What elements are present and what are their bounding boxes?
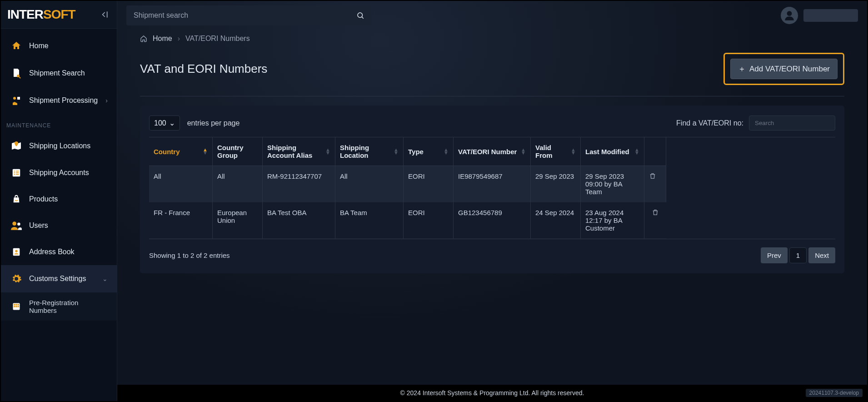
col-account-alias[interactable]: Shipping Account Alias▲▼ (263, 137, 335, 166)
col-valid-from[interactable]: Valid From▲▼ (531, 137, 581, 166)
processing-icon (10, 95, 23, 106)
trash-icon[interactable] (652, 209, 659, 216)
sidebar-item-label: Customs Settings (29, 275, 86, 283)
sidebar-item-label: Shipment Processing (29, 96, 98, 105)
sidebar-item-customs-settings[interactable]: Customs Settings ⌄ (1, 265, 117, 292)
cell-valid-from: 29 Sep 2023 (531, 166, 581, 202)
sidebar-item-shipment-processing[interactable]: Shipment Processing › (1, 87, 117, 114)
sidebar-item-label: Shipment Search (29, 69, 85, 77)
page-title: VAT and EORI Numbers (140, 62, 267, 76)
svg-point-10 (12, 221, 16, 226)
cell-account-alias: RM-92112347707 (263, 166, 335, 202)
col-country[interactable]: Country▲▼ (149, 137, 213, 166)
sidebar-item-users[interactable]: Users (1, 212, 117, 239)
logo: INTERSOFT (7, 7, 75, 22)
grid-icon (10, 302, 23, 311)
sidebar: INTERSOFT Home Shipment Search Shipment … (1, 1, 117, 401)
cell-vat-eori: GB123456789 (454, 202, 531, 239)
pager-prev[interactable]: Prev (761, 247, 788, 263)
avatar[interactable] (781, 7, 798, 24)
global-search[interactable] (126, 5, 372, 25)
col-last-modified[interactable]: Last Modified▲▼ (581, 137, 644, 166)
chevron-down-icon: ⌄ (169, 119, 175, 127)
copyright: © 2024 Intersoft Systems & Programming L… (400, 389, 584, 397)
cell-valid-from: 24 Sep 2024 (531, 202, 581, 239)
sidebar-item-home[interactable]: Home (1, 32, 117, 60)
cell-shipping-location: All (335, 166, 404, 202)
col-actions (644, 137, 666, 166)
data-card: 100 ⌄ entries per page Find a VAT/EORI n… (140, 106, 844, 273)
svg-rect-4 (14, 171, 15, 171)
sidebar-section-maintenance: MAINTENANCE (1, 114, 117, 132)
sidebar-item-products[interactable]: Products (1, 186, 117, 212)
sidebar-item-label: Home (29, 42, 49, 50)
home-icon (140, 35, 147, 42)
pager-page-1[interactable]: 1 (789, 247, 807, 263)
cell-vat-eori: IE9879549687 (454, 166, 531, 202)
address-book-icon (10, 247, 23, 257)
sidebar-item-shipping-accounts[interactable]: Shipping Accounts (1, 160, 117, 186)
pagination: Prev 1 Next (761, 247, 835, 263)
breadcrumb-current: VAT/EORI Numbers (185, 35, 250, 43)
user-menu[interactable] (803, 9, 858, 22)
svg-rect-19 (15, 306, 17, 307)
chevron-right-icon: › (178, 35, 180, 43)
pager-next[interactable]: Next (808, 247, 835, 263)
cell-shipping-location: BA Team (335, 202, 404, 239)
sidebar-item-shipping-locations[interactable]: Shipping Locations (1, 132, 117, 160)
page-size-value: 100 (154, 119, 166, 127)
users-icon (10, 221, 23, 231)
page-size-select[interactable]: 100 ⌄ (149, 116, 180, 131)
map-pin-icon (10, 141, 23, 151)
search-icon[interactable] (356, 11, 364, 20)
add-button-label: Add VAT/EORI Number (749, 65, 830, 74)
footer: © 2024 Intersoft Systems & Programming L… (117, 385, 867, 401)
add-button-highlight: ＋ Add VAT/EORI Number (723, 53, 844, 85)
version-badge: 20241107.3-develop (806, 389, 863, 397)
collapse-sidebar-icon[interactable] (100, 10, 109, 19)
svg-rect-18 (14, 306, 15, 307)
gear-icon (10, 273, 23, 284)
breadcrumb-home[interactable]: Home (153, 35, 172, 43)
filter-label: Find a VAT/EORI no: (676, 119, 743, 127)
document-search-icon (10, 68, 23, 79)
sidebar-item-label: Shipping Accounts (29, 169, 89, 177)
cell-country-group: European Union (213, 202, 263, 239)
svg-rect-9 (16, 174, 19, 175)
svg-point-21 (358, 13, 363, 18)
cell-country[interactable]: All (149, 166, 213, 202)
sidebar-item-address-book[interactable]: Address Book (1, 239, 117, 265)
cell-type: EORI (404, 166, 454, 202)
svg-rect-15 (14, 304, 15, 305)
sidebar-item-label: Users (29, 221, 48, 230)
sidebar-item-label: Shipping Locations (29, 142, 90, 150)
cell-type: EORI (404, 202, 454, 239)
svg-rect-7 (16, 171, 19, 171)
list-icon (10, 168, 23, 178)
sidebar-item-label: Pre-Registration Numbers (29, 299, 108, 314)
add-vat-eori-button[interactable]: ＋ Add VAT/EORI Number (730, 59, 838, 79)
svg-rect-5 (14, 172, 15, 173)
col-shipping-location[interactable]: Shipping Location▲▼ (335, 137, 404, 166)
sidebar-subitem-pre-registration[interactable]: Pre-Registration Numbers (1, 292, 117, 321)
search-input[interactable] (134, 11, 356, 20)
col-country-group[interactable]: Country Group (213, 137, 263, 166)
col-vat-eori[interactable]: VAT/EORI Number▲▼ (454, 137, 531, 166)
cell-last-modified: 23 Aug 2024 12:17 by BA Customer (581, 202, 644, 239)
trash-icon[interactable] (649, 172, 656, 180)
col-type[interactable]: Type▲▼ (404, 137, 454, 166)
svg-rect-16 (15, 304, 17, 305)
table-filter-input[interactable] (749, 116, 835, 131)
svg-rect-6 (14, 174, 15, 175)
svg-point-11 (17, 223, 20, 226)
cell-country[interactable]: FR - France (149, 202, 213, 239)
entries-label: entries per page (187, 119, 240, 127)
vat-eori-table: Country▲▼ Country Group Shipping Account… (149, 137, 835, 239)
sidebar-item-shipment-search[interactable]: Shipment Search (1, 60, 117, 87)
home-icon (10, 40, 23, 51)
sidebar-item-label: Products (29, 195, 58, 203)
svg-point-13 (15, 250, 18, 252)
cell-delete (644, 202, 666, 239)
svg-point-0 (17, 75, 20, 77)
plus-icon: ＋ (738, 64, 746, 74)
